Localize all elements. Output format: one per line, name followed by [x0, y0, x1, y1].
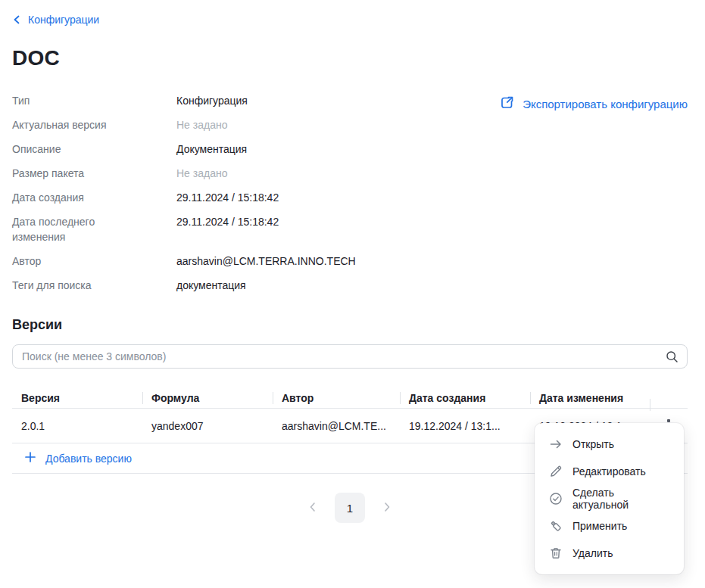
detail-value-package-size: Не задано	[176, 166, 482, 181]
detail-label-author: Автор	[12, 254, 133, 269]
pencil-icon	[548, 464, 563, 479]
back-link[interactable]: Конфигурации	[12, 14, 99, 26]
menu-item-apply[interactable]: Применить	[535, 512, 684, 540]
menu-item-label: Удалить	[572, 547, 613, 559]
back-link-label: Конфигурации	[28, 14, 99, 26]
export-configuration-button[interactable]: Экспортировать конфигурацию	[499, 95, 688, 113]
cell-author: aarshavin@LCM.TE...	[273, 420, 400, 432]
detail-value-description: Документация	[176, 142, 482, 157]
chevron-right-icon	[381, 501, 393, 515]
detail-label-package-size: Размер пакета	[12, 166, 133, 181]
arrow-right-icon	[548, 437, 563, 452]
detail-value-search-tags: документация	[176, 278, 482, 293]
column-header-version: Версия	[12, 391, 142, 405]
search-wrap	[12, 344, 688, 369]
add-version-label: Добавить версию	[45, 453, 132, 465]
search-icon	[665, 350, 679, 367]
menu-item-edit[interactable]: Редактировать	[535, 458, 684, 485]
detail-label-type: Тип	[12, 93, 133, 108]
plus-icon	[24, 451, 36, 465]
menu-item-open[interactable]: Открыть	[535, 431, 684, 458]
chevron-left-icon	[307, 501, 319, 515]
column-header-author: Автор	[273, 391, 400, 405]
menu-item-make-actual[interactable]: Сделать актуальной	[535, 485, 684, 512]
flash-drive-icon	[548, 518, 563, 534]
menu-item-label: Открыть	[572, 438, 614, 450]
search-input[interactable]	[12, 344, 688, 369]
trash-icon	[548, 546, 563, 561]
detail-value-author: aarshavin@LCM.TERRA.INNO.TECH	[176, 254, 482, 269]
details-section: Экспортировать конфигурацию Тип Конфигур…	[12, 93, 688, 293]
detail-value-created-date: 29.11.2024 / 15:18:42	[176, 190, 482, 205]
detail-value-modified-date: 29.11.2024 / 15:18:42	[176, 214, 482, 244]
table-header-row: Версия Формула Автор Дата создания Дата …	[12, 387, 688, 409]
page-title: DOC	[12, 46, 688, 70]
menu-item-label: Применить	[572, 520, 627, 532]
menu-item-label: Редактировать	[572, 465, 646, 478]
detail-label-created-date: Дата создания	[12, 190, 133, 205]
menu-item-delete[interactable]: Удалить	[535, 540, 684, 567]
pagination-prev-button[interactable]	[304, 498, 322, 518]
detail-value-type: Конфигурация	[176, 93, 482, 108]
detail-label-search-tags: Теги для поиска	[12, 278, 133, 293]
details-grid: Тип Конфигурация Актуальная версия Не за…	[12, 93, 482, 293]
chevron-left-icon	[12, 14, 21, 25]
export-icon	[499, 95, 515, 113]
pagination-next-button[interactable]	[378, 498, 396, 518]
cell-formula: yandex007	[142, 420, 273, 432]
pagination-page-1[interactable]: 1	[335, 493, 365, 523]
column-header-modified: Дата изменения	[530, 391, 650, 405]
column-header-formula: Формула	[142, 391, 273, 405]
menu-item-label: Сделать актуальной	[572, 487, 670, 511]
versions-heading: Версии	[12, 317, 688, 333]
cell-created: 19.12.2024 / 13:1...	[400, 420, 530, 432]
detail-label-description: Описание	[12, 142, 133, 157]
column-header-created: Дата создания	[400, 391, 530, 405]
export-label: Экспортировать конфигурацию	[523, 98, 688, 110]
cell-version: 2.0.1	[12, 420, 142, 432]
check-circle-icon	[548, 491, 563, 506]
row-context-menu: Открыть Редактировать Сделать актуальной	[535, 423, 684, 574]
detail-value-actual-version: Не задано	[176, 117, 482, 132]
detail-label-modified-date: Дата последнего изменения	[12, 214, 133, 244]
detail-label-actual-version: Актуальная версия	[12, 117, 133, 132]
